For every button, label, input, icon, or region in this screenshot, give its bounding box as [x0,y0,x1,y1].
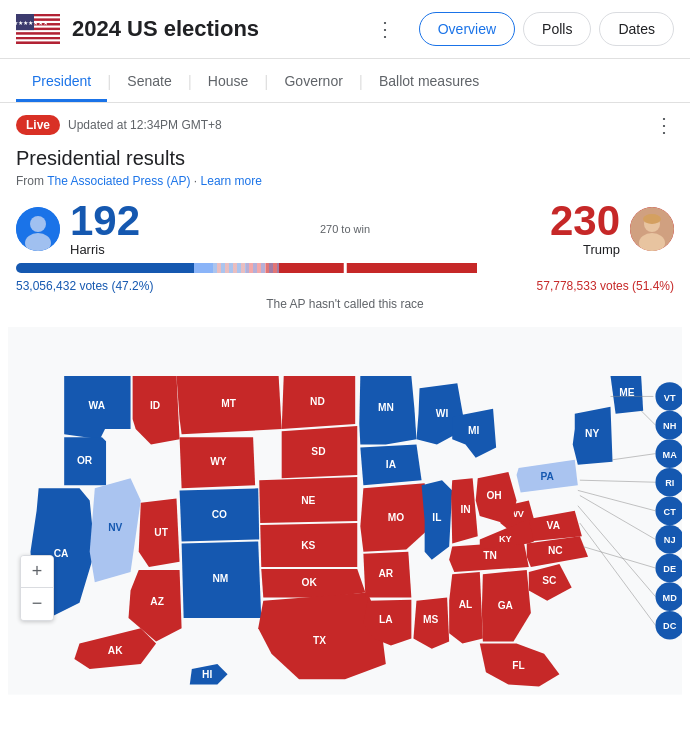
harris-name: Harris [70,242,140,257]
rep-solid-bar [266,263,477,273]
svg-text:OK: OK [302,577,318,588]
candidates-row: 192 Harris 270 to win 230 Trump [16,200,674,257]
trump-info: 230 Trump [550,200,674,257]
svg-text:ID: ID [150,400,160,411]
svg-rect-7 [16,30,60,32]
trump-votes: 230 [550,200,620,242]
svg-text:WY: WY [210,456,227,467]
polls-button[interactable]: Polls [523,12,591,46]
svg-text:MO: MO [388,512,404,523]
win-needed: 270 to win [140,223,550,235]
trump-name: Trump [550,242,620,257]
svg-text:NY: NY [585,428,599,439]
live-bar: Live Updated at 12:34PM GMT+8 ⋮ [0,103,690,147]
svg-text:AK: AK [108,645,123,656]
results-source: From The Associated Press (AP) · Learn m… [16,174,674,188]
live-badge: Live [16,115,60,135]
svg-rect-8 [16,32,60,34]
svg-text:DE: DE [663,564,676,574]
svg-text:AL: AL [459,599,473,610]
dem-likely-bar [194,263,214,273]
svg-text:OH: OH [486,490,501,501]
tab-senate[interactable]: Senate [111,59,187,102]
svg-point-16 [30,216,46,232]
not-called-text: The AP hasn't called this race [16,297,674,311]
harris-avatar [16,207,60,251]
svg-text:★★★★★★★★★: ★★★★★★★★★ [16,20,48,26]
svg-text:SD: SD [311,446,325,457]
dem-solid-bar [16,263,194,273]
svg-text:NE: NE [301,495,315,506]
svg-text:AR: AR [378,568,393,579]
trump-vote-count: 57,778,533 votes (51.4%) [537,279,674,293]
svg-text:SC: SC [542,575,557,586]
svg-point-21 [643,214,661,224]
svg-text:NM: NM [212,573,228,584]
section-more-icon[interactable]: ⋮ [654,113,674,137]
svg-text:DC: DC [663,621,677,631]
tab-ballot-measures[interactable]: Ballot measures [363,59,495,102]
tab-house[interactable]: House [192,59,264,102]
svg-text:VA: VA [547,520,561,531]
svg-text:OR: OR [77,455,93,466]
svg-text:PA: PA [540,471,554,482]
svg-rect-12 [16,42,60,44]
svg-text:MA: MA [663,450,678,460]
striped-area [213,263,279,273]
svg-text:RI: RI [665,478,674,488]
svg-text:NC: NC [548,545,563,556]
source-link[interactable]: The Associated Press (AP) [47,174,190,188]
svg-text:GA: GA [498,600,514,611]
svg-text:IL: IL [432,512,441,523]
svg-text:UT: UT [154,527,168,538]
flag-icon: ★★★★★★★★★ [16,14,60,44]
svg-text:MS: MS [423,614,438,625]
svg-text:HI: HI [202,669,212,680]
svg-text:ME: ME [619,387,634,398]
electoral-map: WA OR CA NV ID MT WY UT CO AZ [8,327,682,695]
harris-votes: 192 [70,200,140,242]
svg-text:VT: VT [664,393,676,403]
overview-button[interactable]: Overview [419,12,515,46]
source-prefix: From [16,174,47,188]
svg-text:IA: IA [386,459,397,470]
learn-more-link[interactable]: Learn more [201,174,262,188]
svg-text:KY: KY [499,534,512,544]
svg-text:NH: NH [663,421,677,431]
harris-info: 192 Harris [16,200,140,257]
center-line [344,263,347,273]
svg-rect-9 [16,35,60,37]
page-title: 2024 US elections [72,16,375,42]
results-section: Presidential results From The Associated… [0,147,690,327]
svg-text:WA: WA [89,400,106,411]
trump-avatar [630,207,674,251]
svg-text:MD: MD [663,593,678,603]
svg-rect-11 [16,39,60,41]
svg-text:MI: MI [468,425,479,436]
tab-president[interactable]: President [16,59,107,102]
svg-text:CO: CO [212,509,227,520]
zoom-out-button[interactable]: − [21,588,53,620]
svg-rect-10 [16,37,60,39]
svg-text:CT: CT [664,507,677,517]
source-sep: · [194,174,201,188]
svg-text:FL: FL [512,660,524,671]
updated-text: Updated at 12:34PM GMT+8 [68,118,222,132]
header: ★★★★★★★★★ 2024 US elections ⋮ Overview P… [0,0,690,59]
svg-text:TN: TN [483,550,497,561]
tabs-bar: President | Senate | House | Governor | … [0,59,690,103]
svg-text:MT: MT [221,398,236,409]
svg-text:KS: KS [301,540,315,551]
svg-text:AZ: AZ [150,596,164,607]
tab-governor[interactable]: Governor [268,59,358,102]
progress-bar [16,263,674,273]
map-container: WA OR CA NV ID MT WY UT CO AZ [0,327,690,711]
dates-button[interactable]: Dates [599,12,674,46]
zoom-controls: + − [20,555,54,621]
svg-text:ND: ND [310,396,325,407]
zoom-in-button[interactable]: + [21,556,53,588]
svg-text:CA: CA [54,548,69,559]
svg-text:WI: WI [436,408,449,419]
more-options-icon[interactable]: ⋮ [375,17,395,41]
svg-text:NV: NV [108,522,122,533]
